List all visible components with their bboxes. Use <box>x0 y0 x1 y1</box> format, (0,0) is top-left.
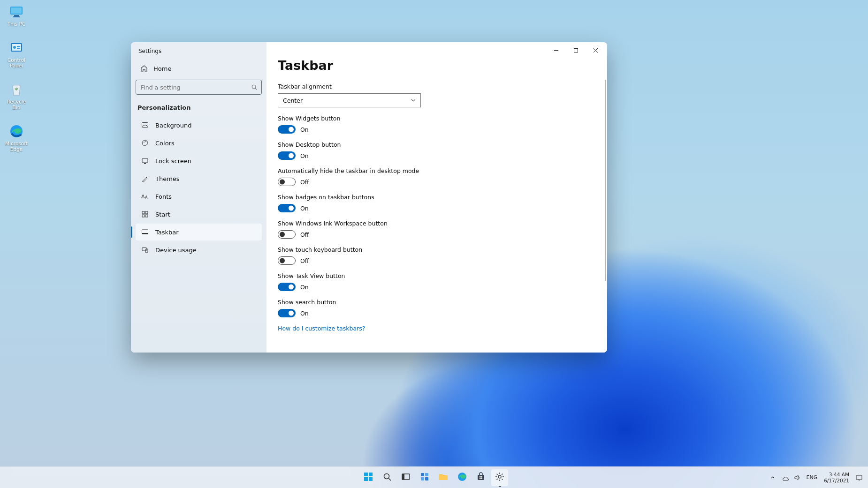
sidebar-item-label: Background <box>155 122 192 129</box>
titlebar <box>266 42 607 58</box>
sidebar-item-background[interactable]: Background <box>136 117 262 134</box>
scrollbar[interactable] <box>605 80 606 281</box>
tray-overflow[interactable] <box>768 469 778 486</box>
sidebar-item-label: Taskbar <box>155 229 179 236</box>
desktop-icon-label: Recycle Bin <box>2 99 30 110</box>
toggle-state: On <box>300 126 309 133</box>
search-wrap <box>136 80 262 95</box>
toggle-switch[interactable] <box>278 151 296 160</box>
background-icon <box>141 121 149 129</box>
toggle-state: Off <box>300 179 309 186</box>
sidebar-item-device-usage[interactable]: Device usage <box>136 241 262 258</box>
desktop-icon-this-pc[interactable]: This PC <box>2 4 30 27</box>
taskbar-widgets[interactable] <box>416 469 433 486</box>
tray-volume[interactable] <box>792 469 802 486</box>
tray-notifications[interactable] <box>854 469 864 486</box>
toggle-label: Automatically hide the taskbar in deskto… <box>278 167 596 174</box>
taskbar-taskview[interactable] <box>397 469 414 486</box>
start-icon <box>141 210 149 218</box>
desktop-icon-label: This PC <box>8 21 25 27</box>
minimize-button[interactable] <box>546 43 566 57</box>
svg-rect-9 <box>14 85 19 86</box>
desktop-icons: This PC Control Panel Recycle Bin Micros… <box>2 4 30 152</box>
alignment-value: Center <box>283 97 303 104</box>
sidebar-item-taskbar[interactable]: Taskbar <box>136 224 262 240</box>
toggle-switch[interactable] <box>278 256 296 265</box>
sidebar-item-lockscreen[interactable]: Lock screen <box>136 152 262 169</box>
toggle-switch[interactable] <box>278 125 296 134</box>
lockscreen-icon <box>141 157 149 165</box>
toggle-state: On <box>300 284 309 291</box>
toggle-row: Automatically hide the taskbar in deskto… <box>278 167 596 186</box>
svg-line-55 <box>497 473 498 474</box>
svg-line-58 <box>497 479 498 480</box>
toggle-state: Off <box>300 231 309 238</box>
fonts-icon: AA <box>141 193 149 200</box>
sidebar-item-themes[interactable]: Themes <box>136 170 262 187</box>
svg-point-14 <box>144 142 145 143</box>
toggle-label: Show Windows Ink Workspace button <box>278 220 596 227</box>
desktop-icon-microsoft-edge[interactable]: Microsoft Edge <box>2 123 30 152</box>
sidebar-item-fonts[interactable]: AA Fonts <box>136 188 262 205</box>
svg-rect-33 <box>369 473 373 476</box>
svg-rect-43 <box>425 477 428 480</box>
tray-date: 6/17/2021 <box>824 478 849 484</box>
tray-clock[interactable]: 3:44 AM 6/17/2021 <box>824 472 849 483</box>
taskbar-settings[interactable] <box>491 469 508 486</box>
toggle-switch[interactable] <box>278 204 296 212</box>
monitor-icon <box>8 4 24 20</box>
start-logo-icon <box>363 472 373 484</box>
taskbar-search[interactable] <box>379 469 396 486</box>
toggle-row: Show touch keyboard buttonOff <box>278 246 596 265</box>
help-link[interactable]: How do I customize taskbars? <box>278 325 596 332</box>
sidebar-item-label: Lock screen <box>155 158 191 165</box>
system-tray: ENG 3:44 AM 6/17/2021 <box>768 469 864 486</box>
taskbar-edge[interactable] <box>454 469 471 486</box>
taskbar-store[interactable] <box>472 469 489 486</box>
taskbar-file-explorer[interactable] <box>435 469 452 486</box>
toggle-switch[interactable] <box>278 283 296 291</box>
taskbar-start[interactable] <box>360 469 377 486</box>
search-icon <box>382 472 392 483</box>
toggle-switch[interactable] <box>278 309 296 317</box>
tray-language[interactable]: ENG <box>804 474 819 480</box>
toggle-switch[interactable] <box>278 230 296 239</box>
edge-icon <box>457 472 467 484</box>
svg-point-15 <box>145 141 146 142</box>
sidebar-item-start[interactable]: Start <box>136 206 262 223</box>
svg-point-6 <box>13 46 16 49</box>
themes-icon <box>141 175 149 182</box>
toggle-label: Show Desktop button <box>278 141 596 148</box>
desktop-icon-control-panel[interactable]: Control Panel <box>2 40 30 68</box>
alignment-dropdown[interactable]: Center <box>278 93 421 107</box>
tray-time: 3:44 AM <box>824 472 849 478</box>
desktop-icon-label: Control Panel <box>2 57 30 68</box>
desktop-icon-recycle-bin[interactable]: Recycle Bin <box>2 82 30 110</box>
svg-rect-35 <box>369 477 373 481</box>
sidebar-item-label: Themes <box>155 175 180 182</box>
toggle-label: Show Task View button <box>278 272 596 279</box>
toggle-switch[interactable] <box>278 178 296 186</box>
edge-icon <box>8 123 24 139</box>
svg-rect-22 <box>142 215 145 217</box>
maximize-button[interactable] <box>566 43 586 57</box>
svg-line-57 <box>502 473 503 474</box>
tray-onedrive[interactable] <box>780 469 790 486</box>
toggle-control: Off <box>278 178 596 186</box>
sidebar-item-label: Start <box>155 211 170 218</box>
nav-home[interactable]: Home <box>136 61 262 76</box>
recycle-bin-icon <box>8 82 24 98</box>
desktop-icon-label: Microsoft Edge <box>2 141 30 152</box>
settings-main: Taskbar Taskbar alignment Center Show Wi… <box>266 42 607 353</box>
taskbar-center <box>360 469 508 486</box>
control-panel-icon <box>8 40 24 56</box>
toggle-row: Show Desktop buttonOn <box>278 141 596 160</box>
svg-point-11 <box>252 85 256 89</box>
search-input[interactable] <box>136 80 262 95</box>
device-usage-icon <box>141 246 149 254</box>
svg-rect-59 <box>856 475 862 480</box>
sidebar-item-colors[interactable]: Colors <box>136 135 262 151</box>
svg-rect-48 <box>480 478 481 479</box>
svg-line-12 <box>255 88 257 90</box>
close-button[interactable] <box>586 43 605 57</box>
